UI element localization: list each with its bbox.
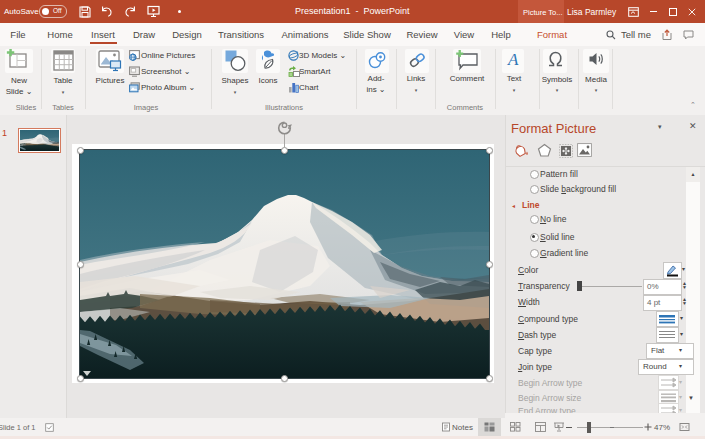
svg-text:A: A (507, 50, 519, 69)
